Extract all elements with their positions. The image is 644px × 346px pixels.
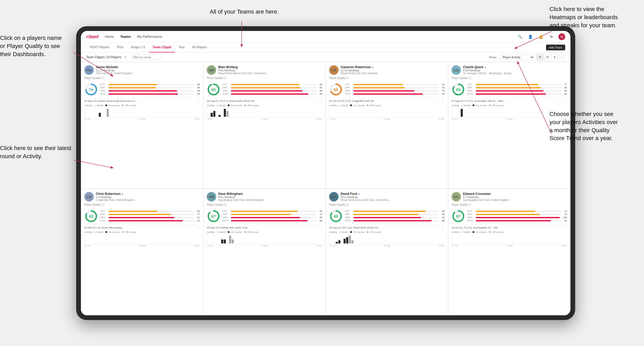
stat-row: PUTT 86 [467, 93, 567, 95]
chart-dates: 31 Jul21 Aug4 Sep [207, 244, 322, 247]
settings-icon[interactable]: ⚙ [548, 33, 555, 40]
last-round[interactable]: 26 Aug 23 | 73 (+1), Royal North Devon G… [207, 98, 322, 102]
list-view-button[interactable]: ⊟ [544, 54, 550, 60]
player-name[interactable]: Dave Billingham [218, 192, 322, 196]
quality-donut[interactable]: 87 [451, 209, 465, 223]
quality-section[interactable]: 87 OTT 82 APP 74 ARG 85 PUTT 94 [207, 209, 322, 223]
last-round-arrow[interactable]: → [564, 226, 567, 229]
quality-section[interactable]: 74 OTT 60 APP 58 ARG 84 PUTT 85 [84, 83, 200, 96]
avatar[interactable]: U [558, 33, 565, 40]
tab-all-players[interactable]: All Players [188, 42, 211, 52]
stat-bar-bg [476, 217, 561, 218]
last-round[interactable]: 07 Aug 23 | 77 (+7), St George's Hill GC… [451, 98, 567, 102]
last-round-arrow[interactable]: → [442, 99, 445, 102]
quality-label: Player Quality ⓘ [329, 203, 445, 207]
last-round[interactable]: 26 Aug 23 | 84 (+12), Royal North Devon … [329, 225, 445, 229]
team-header-right: Show: Player Activity Quality Score Tren… [489, 54, 565, 60]
last-round-arrow[interactable]: → [319, 99, 322, 102]
subnav: PGAT Players PGA Hcaps 1-5 Team Clippd T… [81, 42, 570, 52]
last-round[interactable]: 03 Mar 23 | 19, Must make putting→ [84, 225, 200, 229]
player-handicap: Plus Handicap [218, 196, 322, 199]
search-icon[interactable]: 🔍 [516, 33, 523, 40]
tab-pgat-players[interactable]: PGAT Players [86, 42, 113, 52]
nav-teams[interactable]: Teams [120, 35, 131, 39]
nav-home[interactable]: Home [105, 35, 114, 39]
player-name[interactable]: David Ford● [341, 192, 445, 196]
stat-label: OTT [100, 210, 107, 212]
annotation-teams-here: All of your Teams are here. [152, 8, 336, 16]
quality-donut[interactable]: 93 [207, 83, 220, 96]
stat-bar-bg [353, 220, 439, 221]
user-icon[interactable]: 👤 [527, 33, 534, 40]
grid-view-button[interactable]: ⊞ [537, 54, 543, 60]
stat-bar-fill [353, 214, 418, 215]
quality-donut[interactable]: 74 [84, 83, 98, 96]
mini-chart: 31 Jul21 Aug4 Sep [207, 107, 322, 120]
last-round[interactable]: 02 Jul 23 | 59 (+17), Craigmillar Park G… [329, 98, 445, 102]
annotation-heatmaps: Click here to view theHeatmaps or leader… [549, 5, 644, 29]
stat-row: ARG 81 [100, 216, 200, 219]
last-round[interactable]: 02 Sep 23 | Sunset round to get back int… [84, 98, 200, 102]
last-round-arrow[interactable]: → [319, 226, 322, 229]
quality-donut[interactable]: 82 [84, 209, 98, 223]
last-round-arrow[interactable]: → [564, 99, 567, 102]
player-handicap: 6-10 Handicap [463, 69, 567, 72]
quality-donut[interactable]: 68 [329, 83, 343, 96]
stat-label: OTT [222, 83, 230, 86]
player-name[interactable]: Chris Robertson● [96, 192, 200, 196]
stats-bars: OTT 60 APP 77 ARG 81 PUTT 91 [100, 210, 200, 222]
filter-button[interactable]: ▼ [552, 54, 558, 60]
tab-hcaps[interactable]: Hcaps 1-5 [127, 42, 149, 52]
show-select[interactable]: Player Activity Quality Score Trend [500, 55, 534, 60]
bell-icon[interactable]: 🔔 [537, 33, 544, 40]
stat-row: APP 58 [100, 86, 200, 89]
chart-bars [85, 107, 200, 117]
player-name[interactable]: Aaron Nicholls [96, 65, 200, 69]
last-round[interactable]: 04 Sep 23 | Mobility with coach, Gym→ [207, 225, 322, 229]
stat-bar-fill [476, 93, 546, 95]
stat-bar-fill [108, 93, 178, 95]
chart-date: 21 Aug [384, 118, 390, 120]
stat-row: OTT 89 [345, 210, 445, 212]
quality-section[interactable]: 83 OTT 77 APP 80 ARG 83 PUTT 86 [451, 83, 567, 96]
quality-section[interactable]: 85 OTT 89 APP 80 ARG 83 PUTT 96 [329, 209, 445, 223]
tab-team-clippd[interactable]: Team Clippd [149, 42, 175, 52]
quality-section[interactable]: 68 OTT 61 APP 63 ARG 75 PUTT 85 [329, 83, 445, 96]
sort-button[interactable]: ↕ [559, 54, 565, 60]
player-name[interactable]: Edward Crossman [463, 192, 567, 196]
last-round[interactable]: 18 Jul 23 | 74 (+4), Sunningdale GC - Ol… [451, 225, 567, 229]
chart-bar [224, 109, 226, 117]
last-round-arrow[interactable]: → [197, 99, 200, 102]
stat-row: PUTT 96 [345, 219, 445, 222]
filter-input[interactable] [130, 55, 161, 60]
chart-date: 31 Jul [85, 118, 90, 120]
player-handicap: Plus Handicap [218, 69, 322, 72]
add-team-button[interactable]: Add Team [546, 45, 565, 50]
chart-bars [85, 234, 200, 244]
last-round-arrow[interactable]: → [197, 226, 200, 229]
stat-bar-bg [353, 84, 439, 85]
player-name[interactable]: Charlie Quick● [463, 65, 567, 69]
quality-donut[interactable]: 83 [451, 83, 465, 96]
mini-chart: 31 Jul21 Aug4 Sep [329, 107, 445, 120]
chart-date: 21 Aug [261, 244, 268, 247]
stat-label: PUTT [100, 93, 107, 95]
player-name[interactable]: Cameron Robertson● [341, 65, 445, 69]
quality-section[interactable]: 87 OTT 73 APP 79 ARG 103 PUTT 92 [451, 209, 567, 223]
quality-donut[interactable]: 85 [329, 209, 343, 223]
show-label: Show: [489, 56, 497, 59]
tab-pga[interactable]: PGA [113, 42, 127, 52]
edit-icon[interactable]: ✎ [124, 55, 127, 59]
last-round-arrow[interactable]: → [442, 226, 445, 229]
quality-section[interactable]: 82 OTT 60 APP 77 ARG 81 PUTT 91 [84, 209, 200, 223]
activity-label: Activity · 1 Month On course Off course [451, 231, 567, 233]
quality-section[interactable]: 93 OTT 84 APP 85 ARG 88 PUTT 95 [207, 83, 322, 96]
stat-bar-fill [108, 217, 174, 218]
tab-tour[interactable]: Tour [175, 42, 188, 52]
chart-bar [224, 239, 226, 243]
stat-label: APP [467, 213, 475, 216]
quality-donut[interactable]: 87 [207, 209, 220, 223]
nav-my-performance[interactable]: My Performance [137, 35, 162, 39]
player-name[interactable]: Blair McHarg [218, 65, 322, 69]
player-club: Craigmillar Park, United Kingdom [96, 199, 200, 201]
